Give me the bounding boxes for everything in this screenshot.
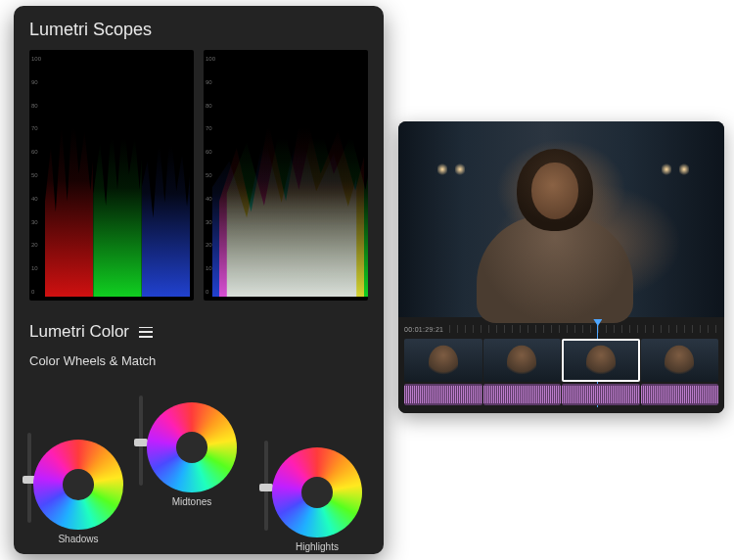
video-clip[interactable]	[483, 339, 562, 382]
shadows-wheel[interactable]	[33, 440, 123, 530]
audio-clip[interactable]	[483, 384, 562, 405]
lumetri-panel: Lumetri Scopes 100 90 80 70 60 50 40 30 …	[14, 6, 384, 554]
color-subtitle: Color Wheels & Match	[29, 353, 368, 368]
midtones-luma-slider[interactable]	[139, 396, 143, 486]
time-ruler[interactable]	[449, 325, 718, 333]
highlights-wheel[interactable]	[272, 447, 362, 537]
menu-icon[interactable]	[139, 327, 153, 338]
scope-scale: 100 90 80 70 60 50 40 30 20 10 0	[31, 50, 45, 301]
scope-rgb-parade[interactable]: 100 90 80 70 60 50 40 30 20 10 0	[29, 50, 194, 301]
color-wheels-area: Shadows Midtones Highlights	[29, 372, 368, 548]
video-clip[interactable]	[404, 339, 482, 382]
scopes-title: Lumetri Scopes	[29, 20, 368, 40]
midtones-label: Midtones	[172, 496, 212, 507]
scope-waveform-overlay[interactable]: 100 90 80 70 60 50 40 30 20 10 0	[204, 50, 368, 301]
video-track[interactable]	[404, 339, 718, 382]
audio-track[interactable]	[404, 384, 718, 405]
highlights-label: Highlights	[296, 541, 339, 552]
timeline-panel: 00:01:29:21	[398, 317, 724, 413]
program-monitor[interactable]	[398, 121, 724, 317]
color-panel-title-row: Lumetri Color	[29, 322, 368, 342]
audio-clip[interactable]	[562, 384, 640, 405]
audio-clip[interactable]	[641, 384, 719, 405]
wheel-center-icon	[73, 480, 83, 490]
midtones-wheel[interactable]	[147, 402, 237, 492]
shadows-luma-slider[interactable]	[27, 433, 31, 523]
video-clip-selected[interactable]	[562, 339, 640, 382]
wheel-center-icon	[312, 488, 322, 497]
highlights-luma-slider[interactable]	[264, 441, 268, 531]
color-title: Lumetri Color	[29, 322, 129, 342]
wheel-center-icon	[187, 443, 197, 452]
shadows-label: Shadows	[58, 534, 98, 544]
timecode-display: 00:01:29:21	[404, 326, 443, 333]
video-clip[interactable]	[641, 339, 719, 382]
audio-clip[interactable]	[404, 384, 482, 405]
preview-and-timeline: 00:01:29:21	[398, 121, 724, 413]
